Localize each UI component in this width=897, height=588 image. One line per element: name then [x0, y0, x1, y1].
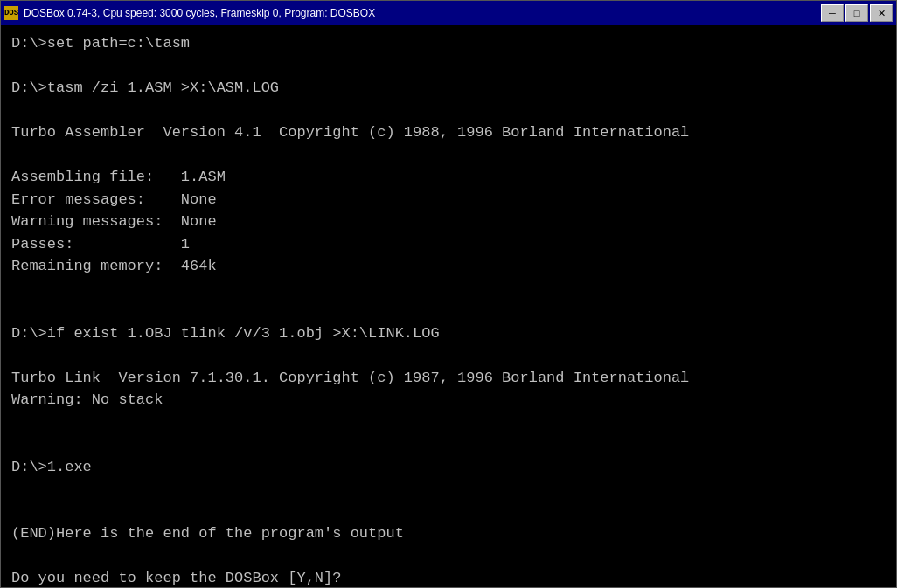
terminal-line: Assembling file: 1.ASM [11, 166, 886, 189]
terminal-line [11, 300, 886, 322]
terminal-output[interactable]: D:\>set path=c:\tasm D:\>tasm /zi 1.ASM … [1, 25, 896, 587]
minimize-button[interactable]: ─ [821, 4, 844, 22]
title-text: DOSBox 0.74-3, Cpu speed: 3000 cycles, F… [24, 7, 375, 19]
terminal-line: Passes: 1 [11, 233, 886, 256]
terminal-line: Warning: No stack [11, 389, 886, 412]
terminal-line: D:\>if exist 1.OBJ tlink /v/3 1.obj >X:\… [11, 322, 886, 345]
terminal-line [11, 501, 886, 523]
terminal-line: Turbo Link Version 7.1.30.1. Copyright (… [11, 367, 886, 390]
terminal-line: D:\>set path=c:\tasm [11, 32, 886, 55]
terminal-line [11, 278, 886, 301]
terminal-line: Warning messages: None [11, 211, 886, 233]
terminal-line [11, 412, 886, 434]
terminal-line [11, 344, 886, 367]
dosbox-window: DOS DOSBox 0.74-3, Cpu speed: 3000 cycle… [0, 0, 897, 588]
terminal-line [11, 100, 886, 122]
terminal-line [11, 55, 886, 78]
dosbox-icon: DOS [4, 6, 18, 20]
window-controls: ─ □ ✕ [821, 4, 893, 22]
close-button[interactable]: ✕ [870, 4, 893, 22]
terminal-line: Error messages: None [11, 189, 886, 211]
terminal-line [11, 478, 886, 501]
title-bar-left: DOS DOSBox 0.74-3, Cpu speed: 3000 cycle… [4, 6, 375, 20]
maximize-button[interactable]: □ [845, 4, 868, 22]
terminal-line: D:\>1.exe [11, 456, 886, 479]
terminal-line: (END)Here is the end of the program's ou… [11, 522, 886, 545]
terminal-line: Turbo Assembler Version 4.1 Copyright (c… [11, 121, 886, 144]
terminal-line: D:\>tasm /zi 1.ASM >X:\ASM.LOG [11, 77, 886, 100]
terminal-line [11, 144, 886, 167]
title-bar: DOS DOSBox 0.74-3, Cpu speed: 3000 cycle… [1, 1, 896, 25]
terminal-line: Remaining memory: 464k [11, 255, 886, 278]
terminal-line [11, 545, 886, 568]
terminal-line: Do you need to keep the DOSBox [Y,N]? [11, 567, 886, 587]
terminal-line [11, 433, 886, 456]
